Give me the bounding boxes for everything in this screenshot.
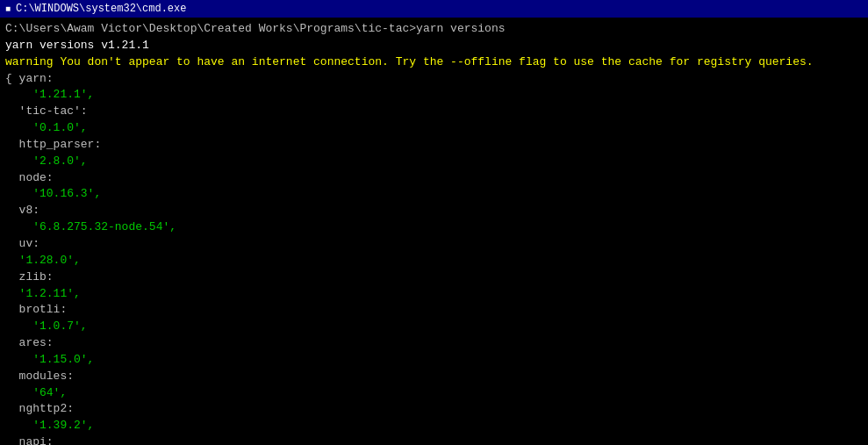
title-bar-text: C:\WINDOWS\system32\cmd.exe bbox=[16, 3, 186, 15]
terminal-line: node: bbox=[5, 170, 863, 187]
terminal-line: warning You don't appear to have an inte… bbox=[5, 54, 863, 71]
terminal-line: 'tic-tac': bbox=[5, 104, 863, 120]
title-bar: ■ C:\WINDOWS\system32\cmd.exe bbox=[0, 0, 868, 18]
terminal-body: C:\Users\Awam Victor\Desktop\Created Wor… bbox=[0, 18, 868, 445]
terminal-line: '2.8.0', bbox=[5, 154, 863, 170]
terminal-line: '64', bbox=[5, 385, 863, 402]
terminal-line: modules: bbox=[5, 369, 863, 385]
terminal-line: http_parser: bbox=[5, 137, 863, 154]
terminal-line: '1.28.0', bbox=[5, 253, 863, 269]
terminal-line: ares: bbox=[5, 335, 863, 352]
terminal-line: '0.1.0', bbox=[5, 120, 863, 137]
terminal-line: yarn versions v1.21.1 bbox=[5, 38, 863, 54]
terminal-line: '1.0.7', bbox=[5, 319, 863, 335]
terminal-line: '1.39.2', bbox=[5, 418, 863, 434]
terminal-line: brotli: bbox=[5, 302, 863, 319]
terminal-line: '6.8.275.32-node.54', bbox=[5, 219, 863, 236]
terminal-line: { yarn: bbox=[5, 71, 863, 88]
terminal-line: uv: bbox=[5, 236, 863, 253]
terminal-line: '1.21.1', bbox=[5, 87, 863, 104]
terminal-line: napi: bbox=[5, 434, 863, 445]
terminal-line: '1.15.0', bbox=[5, 352, 863, 369]
terminal-line: '10.16.3', bbox=[5, 186, 863, 203]
terminal-line: nghttp2: bbox=[5, 401, 863, 418]
terminal-line: zlib: bbox=[5, 269, 863, 286]
terminal-line: C:\Users\Awam Victor\Desktop\Created Wor… bbox=[5, 21, 863, 38]
terminal-line: '1.2.11', bbox=[5, 286, 863, 303]
terminal-line: v8: bbox=[5, 203, 863, 219]
cmd-icon: ■ bbox=[5, 4, 11, 14]
